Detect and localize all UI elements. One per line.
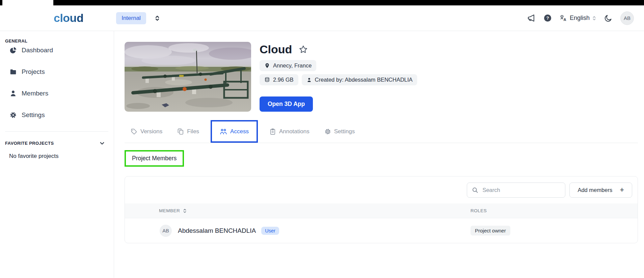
plus-icon: + [620, 186, 624, 194]
os-top-bar [0, 0, 644, 5]
annotation-green-box: Project Members [125, 150, 184, 167]
tab-label: Files [187, 128, 199, 135]
project-title: Cloud [260, 43, 292, 56]
dark-mode-icon[interactable] [604, 14, 612, 22]
files-icon [177, 128, 184, 135]
translate-icon: A [560, 14, 567, 22]
column-header-member[interactable]: MEMBER [125, 208, 471, 213]
sidebar-general-label: GENERAL [0, 38, 114, 44]
access-users-icon [220, 128, 227, 135]
favorites-empty-text: No favorite projects [0, 153, 114, 160]
search-input[interactable] [482, 187, 560, 193]
favorite-star-icon[interactable] [299, 45, 308, 54]
sidebar-item-label: Projects [22, 68, 45, 76]
database-icon [264, 77, 270, 83]
location-text: Annecy, France [273, 62, 312, 69]
folder-icon [9, 68, 17, 76]
member-search[interactable] [467, 183, 565, 198]
environment-badge[interactable]: Internal [116, 12, 146, 24]
language-selector[interactable]: A English [560, 14, 596, 22]
members-table-header: MEMBER ROLES [125, 203, 638, 218]
settings-gear-icon [324, 128, 331, 135]
member-avatar: AB [160, 225, 172, 237]
sort-icon [183, 208, 187, 213]
created-by-badge: Created by: Abdessalam BENCHADLIA [302, 74, 418, 85]
sidebar: GENERAL Dashboard Projects Members [0, 31, 114, 278]
tab-annotations[interactable]: Annotations [269, 120, 310, 143]
member-type-badge: User [261, 227, 279, 235]
main-content: Cloud Annecy, France [114, 31, 644, 278]
tab-label: Settings [334, 128, 355, 135]
top-navbar: cloud Internal ? [0, 5, 644, 31]
creator-person-icon [306, 77, 312, 83]
environment-switcher-icon[interactable] [155, 15, 160, 21]
sidebar-item-label: Settings [22, 111, 45, 119]
sidebar-item-label: Dashboard [22, 47, 53, 54]
search-icon [472, 187, 478, 193]
announcements-icon[interactable] [527, 14, 536, 22]
help-glyph: ? [546, 16, 549, 21]
location-pin-icon [264, 63, 270, 68]
tab-label: Access [230, 128, 249, 135]
member-role-badge: Project owner [471, 226, 510, 235]
os-top-bar-notch [2, 0, 53, 5]
member-name: Abdessalam BENCHADLIA [178, 227, 256, 234]
favorites-label: FAVORITE PROJECTS [5, 141, 54, 146]
tab-access[interactable]: Access [211, 120, 258, 143]
translate-glyph: A [563, 18, 566, 22]
sidebar-item-dashboard[interactable]: Dashboard [0, 44, 114, 57]
section-title-project-members: Project Members [132, 155, 177, 162]
created-by-text: Created by: Abdessalam BENCHADLIA [315, 77, 413, 83]
tab-label: Annotations [279, 128, 310, 135]
favorites-collapse-chevron-icon[interactable] [99, 140, 105, 146]
location-badge: Annecy, France [260, 60, 316, 71]
storage-badge: 2.96 GB [260, 74, 298, 85]
tab-label: Versions [140, 128, 162, 135]
versions-tag-icon [131, 128, 137, 135]
sidebar-item-settings[interactable]: Settings [0, 108, 114, 122]
user-avatar[interactable]: AB [620, 11, 634, 25]
sidebar-divider [5, 131, 108, 132]
tab-settings[interactable]: Settings [324, 120, 355, 143]
open-3d-app-button[interactable]: Open 3D App [260, 96, 313, 112]
sidebar-item-label: Members [22, 90, 48, 97]
language-chevron-icon [592, 16, 596, 21]
member-row[interactable]: AB Abdessalam BENCHADLIA User Project ow… [125, 218, 638, 243]
dashboard-icon [9, 47, 17, 54]
tab-versions[interactable]: Versions [131, 120, 162, 143]
help-icon[interactable]: ? [544, 14, 552, 22]
member-column-label: MEMBER [159, 208, 180, 213]
members-card: Add members + MEMBER ROLES AB Abdessalam… [125, 176, 638, 243]
sidebar-item-projects[interactable]: Projects [0, 65, 114, 79]
add-members-label: Add members [578, 187, 612, 193]
gear-icon [9, 111, 17, 119]
app-logo[interactable]: cloud [54, 11, 83, 25]
language-label: English [570, 15, 590, 22]
annotations-clipboard-icon [269, 128, 276, 135]
sidebar-item-members[interactable]: Members [0, 87, 114, 100]
person-icon [9, 90, 17, 97]
project-thumbnail [125, 42, 251, 112]
project-tabs: Versions Files Access [125, 120, 638, 143]
column-header-roles: ROLES [471, 208, 638, 213]
storage-text: 2.96 GB [273, 77, 294, 83]
add-members-button[interactable]: Add members + [569, 183, 632, 198]
tab-files[interactable]: Files [177, 120, 199, 143]
